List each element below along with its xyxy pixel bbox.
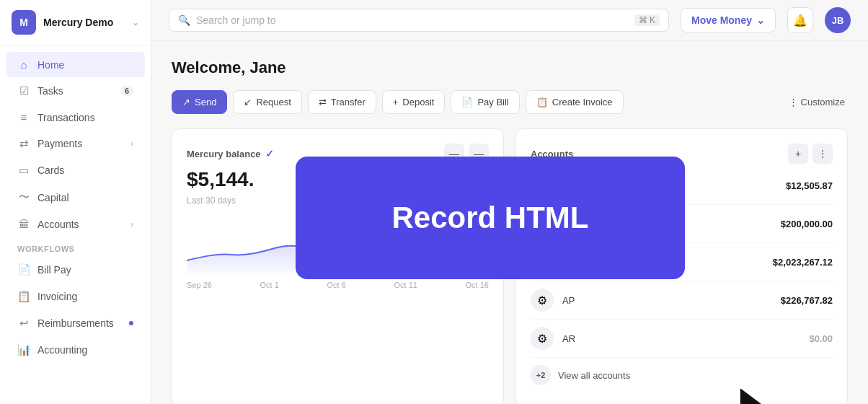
sidebar-item-payments[interactable]: ⇄ Payments › [6,131,145,157]
view-all-row[interactable]: +2 View all accounts [531,358,833,392]
sidebar-label-capital: Capital [37,192,69,203]
main-content: 🔍 Search or jump to ⌘ K Move Money ⌄ 🔔 J… [151,0,868,404]
customize-button[interactable]: ⋮ Customize [786,91,848,113]
sidebar: M Mercury Demo ⌄ ⌂ Home ☑ Tasks 6 ≡ Tran… [0,0,151,404]
transactions-icon: ≡ [17,111,30,123]
chart-label-1: Oct 1 [260,281,279,289]
deposit-icon: + [393,97,399,107]
send-label: Send [195,97,216,107]
sidebar-item-capital[interactable]: 〜 Capital [6,184,145,211]
sidebar-label-billpay: Bill Pay [37,264,71,276]
sidebar-item-accounts[interactable]: 🏛 Accounts › [6,211,145,237]
sidebar-label-payments: Payments [37,138,82,149]
account-balance-top1: $12,505.87 [786,180,833,191]
deposit-button[interactable]: + Deposit [382,90,446,114]
balance-title-text: Mercury balance [187,149,261,159]
sidebar-label-accounts: Accounts [37,219,79,230]
verified-icon: ✓ [265,148,274,159]
notification-dot [129,321,133,325]
sidebar-item-billpay[interactable]: 📄 Bill Pay [6,257,145,283]
sidebar-item-home[interactable]: ⌂ Home [6,52,145,77]
page-title: Welcome, Jane [172,58,848,77]
tasks-badge: 6 [120,86,133,96]
account-icon-ar: ⚙ [531,327,554,350]
chevron-down-icon: ⌄ [756,14,765,26]
customize-label: Customize [801,97,845,107]
transfer-button[interactable]: ⇄ Transfer [308,90,376,114]
search-placeholder: Search or jump to [196,14,276,26]
dots-icon: ⋮ [789,97,798,107]
chart-label-0: Sep 26 [187,281,212,289]
chart-label-3: Oct 11 [394,281,417,289]
avatar[interactable]: JB [825,7,851,33]
paybill-icon: 📄 [461,97,473,107]
account-row-ar[interactable]: ⚙ AR $0.00 [531,320,833,358]
send-button[interactable]: ↗ Send [172,90,227,114]
payments-icon: ⇄ [17,137,30,150]
sidebar-item-cards[interactable]: ▭ Cards [6,157,145,183]
account-row-ap[interactable]: ⚙ AP $226,767.82 [531,281,833,320]
reimbursements-icon: ↩ [17,317,30,330]
account-balance-ar: $0.00 [809,333,833,344]
workflows-section-label: Workflows [0,237,151,256]
send-icon: ↗ [182,97,190,107]
overlay-text: Record HTML [392,201,589,235]
accounts-card-actions: + ⋮ [788,144,833,164]
sidebar-label-accounting: Accounting [37,344,87,356]
move-money-label: Move Money [691,14,752,26]
view-all-badge: +2 [531,365,551,385]
sidebar-label-invoicing: Invoicing [37,291,77,302]
balance-card-title: Mercury balance ✓ [187,148,274,159]
accounting-icon: 📊 [17,343,30,356]
overlay-banner: Record HTML [296,157,685,279]
bell-icon: 🔔 [793,14,807,27]
sidebar-item-tasks[interactable]: ☑ Tasks 6 [6,78,145,104]
cards-icon: ▭ [17,164,30,177]
transfer-label: Transfer [331,97,366,107]
view-all-label: View all accounts [558,370,630,381]
move-money-button[interactable]: Move Money ⌄ [681,8,776,32]
chart-labels: Sep 26 Oct 1 Oct 6 Oct 11 Oct 16 [187,281,489,289]
chevron-right-icon: › [130,139,133,149]
capital-icon: 〜 [17,190,30,204]
createinvoice-button[interactable]: 📋 Create Invoice [526,90,624,114]
search-box[interactable]: 🔍 Search or jump to ⌘ K [169,9,669,32]
sidebar-label-cards: Cards [37,164,64,176]
accounts-more-btn[interactable]: ⋮ [812,144,833,164]
search-icon: 🔍 [178,14,190,26]
accounts-chevron-icon: › [130,219,133,229]
account-balance-top2: $200,000.00 [781,219,833,229]
request-icon: ↙ [244,97,252,107]
app-logo: M [12,10,36,35]
app-name: Mercury Demo [43,17,125,28]
sidebar-item-transactions[interactable]: ≡ Transactions [6,105,145,130]
sidebar-label-home: Home [37,59,64,71]
sidebar-item-invoicing[interactable]: 📋 Invoicing [6,284,145,309]
sidebar-item-reimbursements[interactable]: ↩ Reimbursements [6,310,145,336]
paybill-label: Pay Bill [477,97,508,107]
createinvoice-label: Create Invoice [552,97,613,107]
notifications-button[interactable]: 🔔 [787,7,813,33]
chart-label-2: Oct 6 [327,281,346,289]
request-button[interactable]: ↙ Request [233,90,301,114]
sidebar-label-transactions: Transactions [37,112,95,123]
action-bar: ↗ Send ↙ Request ⇄ Transfer + Deposit 📄 … [172,90,848,114]
paybill-button[interactable]: 📄 Pay Bill [451,90,519,114]
createinvoice-icon: 📋 [536,97,548,107]
sidebar-header[interactable]: M Mercury Demo ⌄ [0,0,151,45]
accounts-icon: 🏛 [17,218,30,230]
topbar: 🔍 Search or jump to ⌘ K Move Money ⌄ 🔔 J… [151,0,868,41]
transfer-icon: ⇄ [319,97,327,107]
account-balance-ops: $2,023,267.12 [773,257,833,268]
accounts-add-btn[interactable]: + [788,144,808,164]
sidebar-nav: ⌂ Home ☑ Tasks 6 ≡ Transactions ⇄ Paymen… [0,45,151,404]
account-name-ap: AP [562,295,772,306]
sidebar-item-accounting[interactable]: 📊 Accounting [6,337,145,363]
invoicing-icon: 📋 [17,290,30,303]
billpay-icon: 📄 [17,263,30,276]
deposit-label: Deposit [402,97,434,107]
account-balance-ap: $226,767.82 [781,295,833,306]
sidebar-label-reimbursements: Reimbursements [37,317,114,329]
page-content: Welcome, Jane ↗ Send ↙ Request ⇄ Transfe… [151,41,868,404]
chart-label-4: Oct 16 [466,281,489,289]
